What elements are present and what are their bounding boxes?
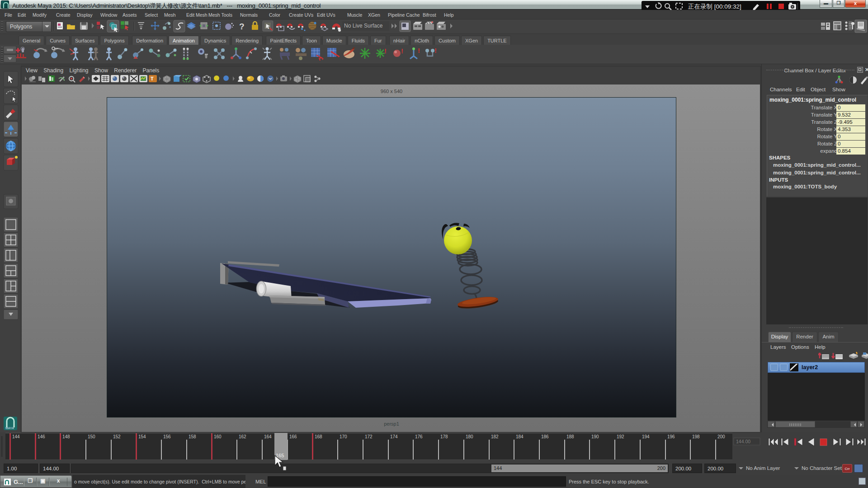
svg-text:172: 172 xyxy=(365,434,373,439)
svg-text:184: 184 xyxy=(516,434,524,439)
svg-text:144: 144 xyxy=(12,434,20,439)
svg-text:160: 160 xyxy=(214,434,222,439)
svg-text:T: T xyxy=(151,76,154,81)
svg-text:168: 168 xyxy=(315,434,322,439)
svg-text:170: 170 xyxy=(340,434,347,439)
svg-text:174: 174 xyxy=(390,434,398,439)
svg-text:158: 158 xyxy=(189,434,196,439)
svg-text:176: 176 xyxy=(415,434,423,439)
svg-text:188: 188 xyxy=(566,434,574,439)
svg-text:156: 156 xyxy=(163,434,171,439)
svg-text:164: 164 xyxy=(264,434,272,439)
svg-text:144.00: 144.00 xyxy=(736,439,750,444)
svg-text:166: 166 xyxy=(289,434,297,439)
svg-text:178: 178 xyxy=(440,434,448,439)
svg-text:!: ! xyxy=(384,47,387,55)
svg-text:✚: ✚ xyxy=(15,47,20,54)
svg-text:192: 192 xyxy=(617,434,624,439)
svg-text:152: 152 xyxy=(113,434,121,439)
svg-text:正在录制 [00:09:32]: 正在录制 [00:09:32] xyxy=(688,3,741,10)
svg-text:186: 186 xyxy=(541,434,549,439)
svg-text:196: 196 xyxy=(667,434,675,439)
svg-text:200: 200 xyxy=(717,434,725,439)
svg-text:!: ! xyxy=(434,47,437,54)
svg-text:182: 182 xyxy=(491,434,499,439)
svg-text:!: ! xyxy=(401,47,403,55)
svg-text:198: 198 xyxy=(692,434,700,439)
svg-text:150: 150 xyxy=(88,434,95,439)
svg-text:194: 194 xyxy=(642,434,650,439)
svg-text:MAYA: MAYA xyxy=(5,427,14,430)
svg-text:148: 148 xyxy=(62,434,70,439)
svg-text:165: 165 xyxy=(276,453,284,458)
svg-text:180: 180 xyxy=(466,434,473,439)
svg-text:!: ! xyxy=(418,47,420,54)
svg-text:146: 146 xyxy=(38,434,45,439)
svg-text:154: 154 xyxy=(138,434,146,439)
svg-text:162: 162 xyxy=(239,434,246,439)
svg-text:?: ? xyxy=(239,22,245,31)
svg-text:190: 190 xyxy=(591,434,599,439)
